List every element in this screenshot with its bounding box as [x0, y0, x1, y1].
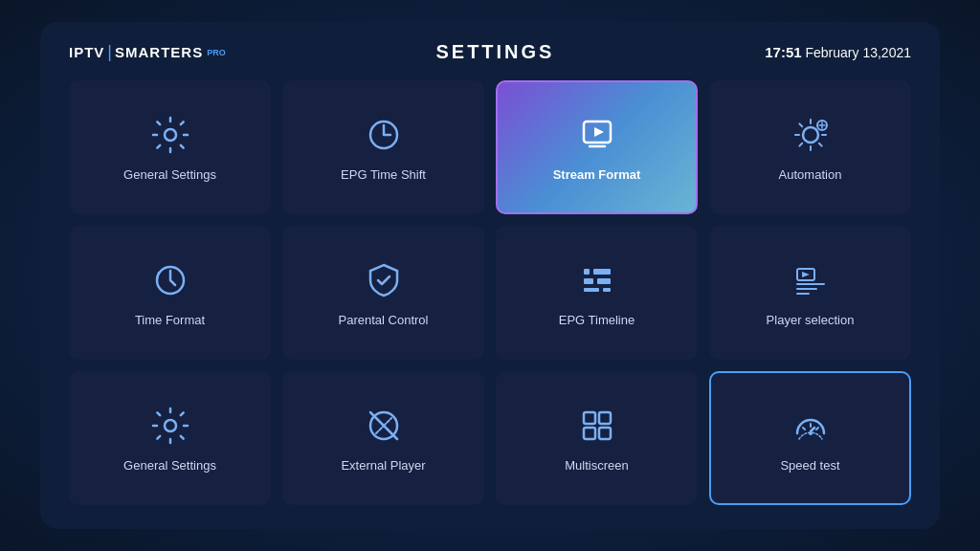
- shield-check-icon: [361, 257, 407, 303]
- svg-rect-11: [593, 269, 611, 275]
- tile-label-automation: Automation: [779, 167, 842, 184]
- tile-general-settings-1[interactable]: General Settings: [69, 80, 271, 214]
- svg-marker-3: [594, 127, 604, 137]
- tile-label-stream-format: Stream Format: [553, 167, 641, 184]
- svg-rect-26: [584, 412, 595, 424]
- tile-label-general-settings-1: General Settings: [123, 167, 216, 184]
- svg-line-25: [384, 418, 391, 426]
- automation-icon: [788, 112, 834, 158]
- tile-label-epg-time-shift: EPG Time Shift: [341, 167, 426, 184]
- logo-iptv: IPTV: [69, 44, 104, 60]
- logo-smarters: SMARTERS: [115, 44, 203, 60]
- svg-line-24: [376, 426, 384, 433]
- tile-label-player-selection: Player selection: [767, 313, 855, 329]
- tile-label-time-format: Time Format: [135, 313, 205, 329]
- svg-line-32: [816, 428, 818, 430]
- logo-pro: PRO: [207, 48, 226, 57]
- header-date: February 13,2021: [805, 45, 911, 60]
- svg-rect-13: [597, 278, 611, 284]
- tile-label-multiscreen: Multiscreen: [565, 458, 628, 474]
- logo: IPTV | SMARTERS PRO: [69, 42, 226, 62]
- tile-stream-format[interactable]: Stream Format: [496, 80, 698, 214]
- stream-format-icon: [574, 112, 620, 158]
- svg-rect-14: [584, 288, 599, 292]
- svg-line-33: [811, 428, 814, 431]
- svg-rect-12: [584, 278, 593, 284]
- svg-rect-10: [584, 269, 590, 275]
- tile-label-external-player: External Player: [341, 458, 425, 474]
- settings-grid: General Settings EPG Time Shift Strea: [69, 80, 911, 505]
- page-title: SETTINGS: [435, 41, 554, 63]
- tile-general-settings-2[interactable]: General Settings: [69, 371, 271, 505]
- main-container: IPTV | SMARTERS PRO SETTINGS 17:51 Febru…: [40, 22, 940, 529]
- tile-parental-control[interactable]: Parental Control: [282, 226, 484, 360]
- gear-icon-2: [147, 403, 193, 449]
- svg-point-5: [803, 127, 818, 143]
- gear-icon: [147, 112, 193, 158]
- header-time: 17:51: [765, 44, 801, 60]
- svg-point-21: [165, 420, 176, 431]
- player-selection-icon: [788, 257, 834, 303]
- tile-player-selection[interactable]: Player selection: [709, 226, 911, 360]
- svg-rect-15: [603, 288, 611, 292]
- tile-label-speed-test: Speed test: [780, 458, 839, 474]
- tile-epg-timeline[interactable]: EPG Timeline: [496, 226, 698, 360]
- tile-label-general-settings-2: General Settings: [123, 458, 216, 474]
- clock-icon: [361, 112, 407, 158]
- header-datetime: 17:51 February 13,2021: [765, 44, 911, 60]
- tile-automation[interactable]: Automation: [709, 80, 911, 214]
- svg-rect-29: [599, 428, 611, 439]
- svg-point-34: [809, 431, 813, 435]
- tile-speed-test[interactable]: Speed test: [709, 371, 911, 505]
- logo-divider: |: [107, 42, 112, 62]
- svg-line-30: [803, 428, 805, 430]
- svg-rect-27: [599, 412, 611, 424]
- external-player-icon: [361, 403, 407, 449]
- time-format-icon: [147, 257, 193, 303]
- tile-label-parental-control: Parental Control: [339, 313, 429, 329]
- tile-external-player[interactable]: External Player: [282, 371, 484, 505]
- tile-epg-time-shift[interactable]: EPG Time Shift: [282, 80, 484, 214]
- svg-marker-17: [802, 272, 810, 277]
- epg-timeline-icon: [574, 257, 620, 303]
- tile-label-epg-timeline: EPG Timeline: [559, 313, 635, 329]
- tile-multiscreen[interactable]: Multiscreen: [496, 371, 698, 505]
- svg-point-0: [165, 129, 176, 141]
- svg-rect-28: [584, 428, 595, 439]
- speedometer-icon: [788, 403, 834, 449]
- tile-time-format[interactable]: Time Format: [69, 226, 271, 360]
- header: IPTV | SMARTERS PRO SETTINGS 17:51 Febru…: [69, 41, 911, 63]
- multiscreen-icon: [574, 403, 620, 449]
